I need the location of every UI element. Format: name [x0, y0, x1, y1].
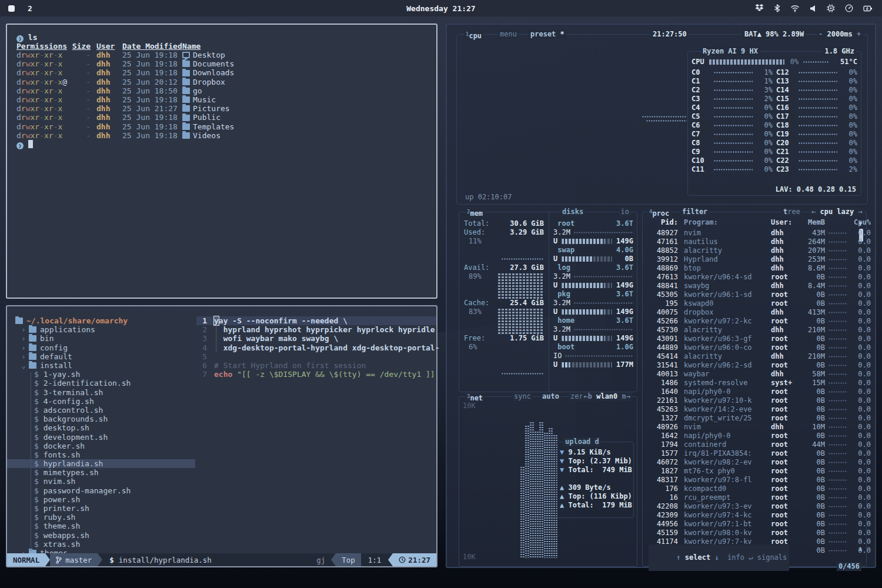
- tree-item-1-yay-sh[interactable]: $ 1-yay.sh: [7, 370, 195, 379]
- process-row[interactable]: 44956kworker/u97:1-btroot0B0.0: [643, 520, 858, 529]
- buffer-line[interactable]: 4│ xdg-desktop-portal-hyprland xdg-deskt…: [196, 343, 436, 352]
- tree-item-desktop-sh[interactable]: $ desktop.sh: [7, 423, 195, 432]
- process-row[interactable]: 1794containerdroot44M0.0: [643, 440, 858, 449]
- prompt-line[interactable]: ❯: [16, 140, 33, 149]
- nvim-window[interactable]: ~/.local/share/omarchy›applications›bin›…: [6, 305, 437, 567]
- buffer-line[interactable]: 7echo "[[ -z \$DISPLAY && \$(tty) == /de…: [196, 370, 436, 379]
- net-stat-row: ▲ 309 Byte/s: [560, 483, 631, 492]
- select-down-arrow[interactable]: ↓: [714, 553, 719, 562]
- tree-item-themes[interactable]: ›themes: [7, 549, 195, 553]
- editor-buffer[interactable]: 1yay -S --noconfirm --needed \2│ hyprlan…: [196, 306, 436, 553]
- tree-item-password-manager-sh[interactable]: $ password-manager.sh: [7, 486, 195, 495]
- tree-item-xtras-sh[interactable]: $ xtras.sh: [7, 540, 195, 549]
- tree-item-2-identification-sh[interactable]: $ 2-identification.sh: [7, 379, 195, 387]
- tree-item-power-sh[interactable]: $ power.sh: [7, 495, 195, 504]
- disks-title[interactable]: disks: [560, 208, 585, 216]
- tree-item-mimetypes-sh[interactable]: $ mimetypes.sh: [7, 468, 195, 477]
- process-row[interactable]: 44889kworker/u96:0-coroot0B0.0: [643, 343, 858, 352]
- process-row[interactable]: 47613kworker/u96:4-sdroot0B0.0: [643, 273, 858, 282]
- terminal-window[interactable]: ❯ ls PermissionsSizeUserDate ModifiedNam…: [6, 24, 437, 299]
- tree-item-3-terminal-sh[interactable]: $ 3-terminal.sh: [7, 388, 195, 397]
- process-row[interactable]: 45730alacrittydhh210M0.0: [643, 326, 858, 335]
- buffer-line[interactable]: 5: [196, 352, 436, 361]
- process-row[interactable]: 48852alacrittydhh207M0.0: [643, 246, 858, 255]
- interval-plus[interactable]: +: [857, 30, 861, 38]
- process-row[interactable]: 48926nvimdhh10M0.0: [643, 423, 858, 432]
- process-row[interactable]: 45263kworker/14:2-everoot0B0.0: [643, 405, 858, 414]
- process-row[interactable]: 39912Hyprlanddhh253M0.0: [643, 255, 858, 264]
- process-row[interactable]: 45305kworker/u96:1-sdroot0B0.0: [643, 290, 858, 299]
- signals-button[interactable]: signals: [757, 553, 787, 562]
- process-row[interactable]: 42208kworker/u97:3-evroot0B0.0: [643, 502, 858, 511]
- process-row[interactable]: 45266kworker/u97:2-kcroot0B0.0: [643, 317, 858, 326]
- process-row[interactable]: 16rcu_preemptroot0B0.0: [643, 493, 858, 502]
- process-row[interactable]: 176kcompactd0root0B0.0: [643, 485, 858, 493]
- tree-item-ruby-sh[interactable]: $ ruby.sh: [7, 513, 195, 522]
- process-row[interactable]: 45414alacrittydhh210M0.0: [643, 352, 858, 361]
- proc-column-headers[interactable]: Pid:Program:User:MemBCpu%: [643, 218, 858, 227]
- process-row[interactable]: 40013waybardhh58M0.0: [643, 370, 858, 379]
- tree-root[interactable]: ~/.local/share/omarchy: [7, 316, 195, 325]
- process-row[interactable]: 1327dmcrypt_write/25root0B0.0: [643, 414, 858, 423]
- buffer-line[interactable]: 6# Start Hyprland on first session: [196, 361, 436, 370]
- process-row[interactable]: 195kswapd0root0B0.0: [643, 299, 858, 308]
- menu-button[interactable]: menu: [498, 30, 519, 39]
- sort-direction-arrow[interactable]: ↑: [858, 219, 863, 228]
- net-sync-button[interactable]: sync: [512, 392, 533, 401]
- buffer-line[interactable]: 1yay -S --noconfirm --needed \: [196, 316, 436, 325]
- process-row[interactable]: 47161nautilusdhh264M0.0: [643, 238, 858, 246]
- select-up-arrow[interactable]: ↑: [676, 553, 680, 562]
- tree-item-adscontrol-sh[interactable]: $ adscontrol.sh: [7, 406, 195, 415]
- tree-item-docker-sh[interactable]: $ docker.sh: [7, 442, 195, 450]
- process-row[interactable]: 1640napi/phy0-0root0B0.0: [643, 387, 858, 396]
- process-row[interactable]: 31541kworker/u96:2-sdroot0B0.0: [643, 361, 858, 370]
- net-interface[interactable]: ←b wlan0 n→: [582, 392, 633, 401]
- proc-filter-button[interactable]: filter: [680, 208, 709, 216]
- git-branch[interactable]: master: [50, 553, 98, 566]
- tree-item-backgrounds-sh[interactable]: $ backgrounds.sh: [7, 415, 195, 423]
- buffer-line[interactable]: 3│ wofi waybar mako swaybg \: [196, 334, 436, 343]
- process-row[interactable]: 43091kworker/u96:3-gfroot0B0.0: [643, 335, 858, 343]
- proc-sort-control[interactable]: ← cpu lazy →: [810, 208, 864, 216]
- tree-item-4-config-sh[interactable]: $ 4-config.sh: [7, 397, 195, 406]
- buffer-line[interactable]: 2│ hyprland hyprshot hyprpicker hyprlock…: [196, 325, 436, 334]
- process-row[interactable]: 40075dropboxdhh413M0.0: [643, 308, 858, 317]
- process-row[interactable]: 1577irq/81-PIXA3854:root0B0.0: [643, 449, 858, 458]
- scroll-down-arrow[interactable]: ↓: [858, 544, 863, 553]
- select-button[interactable]: select: [685, 553, 710, 562]
- tree-item-printer-sh[interactable]: $ printer.sh: [7, 504, 195, 513]
- process-row[interactable]: 48317kworker/u97:8-flroot0B0.0: [643, 476, 858, 485]
- process-row[interactable]: 48841swaybgdhh8.4M0.0: [643, 282, 858, 290]
- tree-item-development-sh[interactable]: $ development.sh: [7, 432, 195, 441]
- tree-item-applications[interactable]: ›applications: [7, 325, 195, 334]
- tab-cpu[interactable]: 1cpu: [464, 30, 483, 41]
- io-toggle[interactable]: io: [619, 208, 631, 216]
- tree-item-hyprlandia-sh[interactable]: $ hyprlandia.sh: [7, 459, 195, 468]
- process-row[interactable]: 45159kworker/u98:0-kvroot0B0.0: [643, 529, 858, 537]
- proc-tree-button[interactable]: tree: [781, 208, 802, 216]
- process-row[interactable]: 46072kworker/u98:2-evroot0B0.0: [643, 458, 858, 467]
- mem-row: [464, 246, 544, 255]
- tree-item-bin[interactable]: ›bin: [7, 334, 195, 343]
- process-row[interactable]: 1486systemd-resolvesyst+15M0.0: [643, 379, 858, 387]
- interval-minus[interactable]: -: [818, 30, 823, 38]
- tree-item-install[interactable]: ⌄install: [7, 361, 195, 370]
- tree-item-fonts-sh[interactable]: $ fonts.sh: [7, 450, 195, 459]
- tree-item-config[interactable]: ›config: [7, 343, 195, 352]
- net-auto-button[interactable]: auto: [540, 392, 561, 401]
- tab-mem[interactable]: 2mem: [465, 208, 485, 218]
- info-button[interactable]: info: [727, 553, 744, 562]
- tree-item-default[interactable]: ›default: [7, 352, 195, 361]
- process-row[interactable]: 22161kworker/u97:10-kroot0B0.0: [643, 396, 858, 405]
- tab-proc[interactable]: 4proc: [647, 208, 671, 218]
- tree-item-theme-sh[interactable]: $ theme.sh: [7, 522, 195, 530]
- process-row[interactable]: 42309kworker/u97:4-kcroot0B0.0: [643, 511, 858, 520]
- process-row[interactable]: 1642napi/phy0-0root0B0.0: [643, 432, 858, 440]
- preset-button[interactable]: preset *: [529, 30, 566, 39]
- tree-item-nvim-sh[interactable]: $ nvim.sh: [7, 477, 195, 486]
- process-row[interactable]: 48927nvimdhh43M0.0: [643, 229, 858, 238]
- process-row[interactable]: 1827mt76-tx phy0root0B0.0: [643, 467, 858, 476]
- process-row[interactable]: 48869btopdhh8.6M0.0: [643, 264, 858, 273]
- btop-window[interactable]: 1cpu menu preset * 21:27:50 BAT▲ 98% 2.8…: [446, 24, 876, 568]
- tree-item-webapps-sh[interactable]: $ webapps.sh: [7, 531, 195, 540]
